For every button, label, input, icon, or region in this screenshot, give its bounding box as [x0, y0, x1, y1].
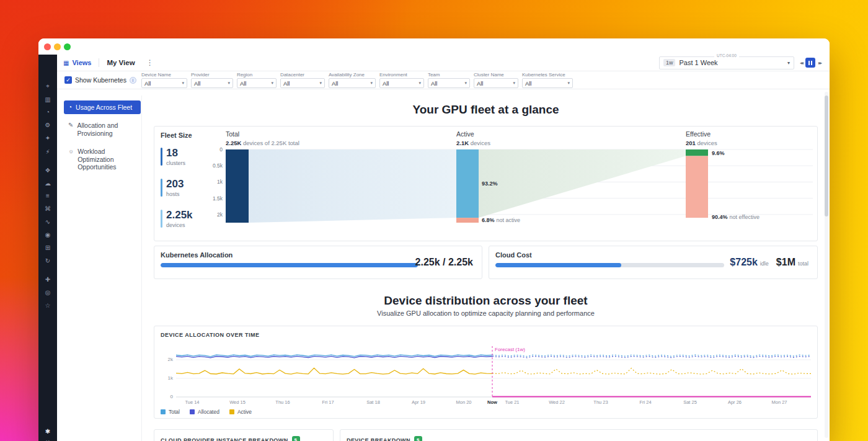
chevron-down-icon: ▾ — [418, 81, 421, 86]
skip-forward-button[interactable]: ▸▸ — [818, 60, 821, 66]
monitors-icon[interactable]: ↻ — [38, 257, 57, 265]
x-tick-wed-15: Wed 15 — [229, 399, 246, 405]
filter-kubernetes-service: Kubernetes ServiceAll▾ — [522, 72, 573, 88]
dashboards-icon[interactable]: ⊞ — [38, 244, 57, 252]
distribution-title: Device distribution across your fleet — [154, 294, 818, 308]
sankey-col-total: Total2.25K devices of 2.25K total — [226, 130, 299, 146]
security-icon[interactable]: ◉ — [38, 231, 57, 239]
cloud-cost-title: Cloud Cost — [495, 251, 532, 259]
tab-my-view[interactable]: My View — [107, 59, 135, 66]
chart-title: DEVICE ALLOCATION OVER TIME — [161, 332, 260, 338]
kubernetes-allocation-title: Kubernetes Allocation — [161, 251, 232, 259]
kebab-menu-icon[interactable]: ⋮ — [146, 58, 154, 67]
filter-cluster-name: Cluster NameAll▾ — [474, 72, 518, 88]
profiling-icon[interactable]: ◎ — [38, 289, 57, 296]
apm-icon[interactable]: ✦ — [38, 135, 57, 142]
filter-select-environment[interactable]: All▾ — [379, 78, 424, 88]
filter-value: All — [383, 80, 389, 87]
filter-bar: ✓ Show Kubernetes i Device NameAll▾Provi… — [57, 71, 830, 89]
filter-select-team[interactable]: All▾ — [428, 78, 470, 88]
kubernetes-allocation-card: Kubernetes Allocation 2.25k / 2.25k — [154, 246, 482, 279]
cloud-provider-breakdown-card: CLOUD PROVIDER INSTANCE BREAKDOWN $ — [154, 429, 334, 441]
errors-icon[interactable]: ✚ — [38, 276, 57, 283]
filter-label: Cluster Name — [474, 72, 518, 78]
svg-text:2k: 2k — [217, 212, 223, 218]
skip-back-button[interactable]: ◂◂ — [800, 60, 802, 66]
close-window-button[interactable] — [44, 43, 51, 50]
total-cost-value: $1M — [776, 257, 795, 268]
fleet-size-label: Fleet Size — [161, 131, 192, 139]
forecast-label: Forecast (1w) — [495, 347, 525, 352]
filter-select-availability-zone[interactable]: All▾ — [329, 78, 376, 88]
device-breakdown-title: DEVICE BREAKDOWN — [347, 437, 410, 441]
series-total-forecast — [492, 355, 811, 356]
checkbox-checked-icon: ✓ — [64, 76, 72, 84]
cloud-icon[interactable]: ☁ — [38, 180, 57, 187]
filter-region: RegionAll▾ — [237, 72, 277, 88]
cloud-provider-breakdown-title: CLOUD PROVIDER INSTANCE BREAKDOWN — [161, 437, 288, 441]
kubernetes-allocation-bar — [161, 263, 418, 267]
scrollbar[interactable] — [825, 92, 828, 438]
legend-swatch — [161, 409, 166, 414]
infrastructure-icon[interactable]: ❖ — [38, 167, 57, 174]
filter-select-device-name[interactable]: All▾ — [141, 78, 187, 88]
scrollbar-thumb[interactable] — [825, 96, 828, 216]
show-kubernetes-label: Show Kubernetes — [75, 76, 126, 84]
ci-cd-icon[interactable]: ⌘ — [38, 205, 57, 213]
synthetics-icon[interactable]: ∿ — [38, 218, 57, 226]
idle-cost-label: idle — [760, 261, 769, 267]
pause-button[interactable] — [805, 58, 815, 68]
notebooks-icon[interactable]: ☆ — [38, 302, 57, 310]
metrics-icon[interactable]: ▥ — [38, 96, 57, 104]
filter-select-datacenter[interactable]: All▾ — [280, 78, 325, 88]
chevron-down-icon: ▾ — [513, 81, 515, 86]
filter-datacenter: DatacenterAll▾ — [280, 72, 325, 88]
cloud-cost-bar — [495, 263, 724, 267]
svg-text:9.6%: 9.6% — [712, 150, 725, 156]
main-panel: Your GPU fleet at a glance Fleet Size 18… — [57, 89, 830, 441]
window-titlebar — [38, 38, 830, 55]
filter-value: All — [144, 80, 151, 87]
series-allocated-forecast — [492, 356, 811, 357]
bits-ai-icon[interactable]: ✱ — [38, 428, 57, 435]
filter-select-provider[interactable]: All▾ — [191, 78, 233, 88]
filter-select-region[interactable]: All▾ — [237, 78, 277, 88]
chevron-down-icon: ▾ — [182, 81, 184, 86]
svg-text:90.4%not effective: 90.4%not effective — [712, 214, 760, 220]
fleet-funnel-chart: 00.5k1k1.5k2k93.2%6.8%not active9.6%90.4… — [154, 145, 818, 228]
filter-value: All — [240, 80, 247, 87]
events-icon[interactable]: ⚡ — [38, 148, 57, 156]
legend-swatch — [190, 409, 195, 414]
filter-environment: EnvironmentAll▾ — [379, 72, 424, 88]
filter-label: Team — [428, 72, 470, 78]
savings-badge-icon: $ — [414, 436, 422, 441]
filter-team: TeamAll▾ — [428, 72, 470, 88]
pointer-icon[interactable]: ⌖ — [38, 82, 57, 90]
watchdog-icon[interactable]: ◔ — [38, 109, 57, 116]
x-tick-wed-22: Wed 22 — [549, 399, 565, 405]
legend-item-total: Total — [161, 409, 180, 415]
svg-text:6.8%not active: 6.8%not active — [482, 217, 520, 223]
logs-icon[interactable]: ≡ — [38, 192, 57, 200]
distribution-subtitle: Visualize GPU allocation to optimize cap… — [154, 310, 818, 317]
x-tick-fri-17: Fri 17 — [322, 399, 334, 405]
minimize-window-button[interactable] — [54, 43, 61, 50]
show-kubernetes-checkbox[interactable]: ✓ Show Kubernetes i — [64, 76, 136, 84]
legend-label: Allocated — [198, 409, 219, 415]
zoom-window-button[interactable] — [64, 43, 71, 50]
svg-text:93.2%: 93.2% — [482, 180, 498, 187]
filter-select-kubernetes-service[interactable]: All▾ — [522, 78, 573, 88]
chevron-down-icon: ▾ — [271, 81, 273, 86]
views-button[interactable]: ▦ Views — [63, 59, 91, 66]
time-range-picker[interactable]: UTC-04:00 1w Past 1 Week ▾ — [659, 56, 794, 69]
y-tick-0: 0 — [159, 394, 173, 399]
filter-select-cluster-name[interactable]: All▾ — [474, 78, 518, 88]
x-tick-tue-21: Tue 21 — [505, 399, 519, 405]
x-tick-now: Now — [487, 399, 497, 405]
svg-text:0.5k: 0.5k — [213, 163, 223, 169]
kubernetes-allocation-value: 2.25k / 2.25k — [415, 257, 473, 268]
idle-cost-value: $725k — [730, 257, 758, 268]
integrations-icon[interactable]: ⚙ — [38, 122, 57, 129]
device-breakdown-card: DEVICE BREAKDOWN $ — [340, 429, 818, 441]
views-grid-icon: ▦ — [63, 60, 69, 66]
